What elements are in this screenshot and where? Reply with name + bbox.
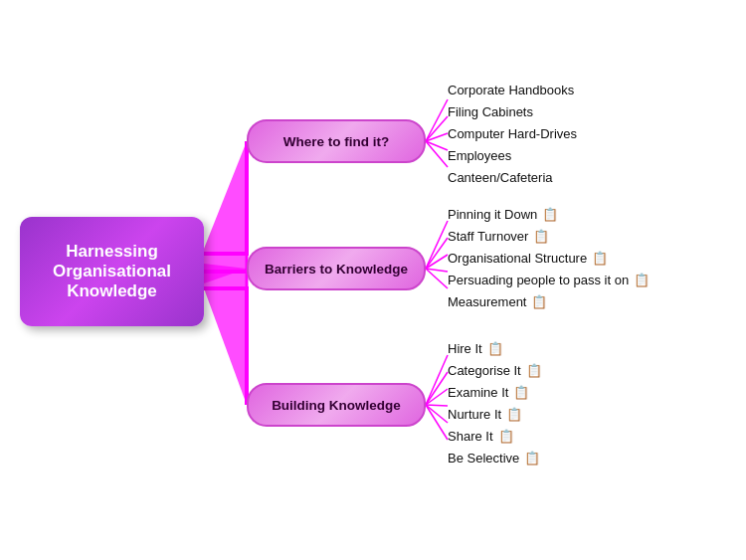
leaf-text: Organisational Structure xyxy=(448,248,587,270)
svg-line-11 xyxy=(426,355,448,405)
svg-marker-17 xyxy=(204,141,247,283)
svg-line-10 xyxy=(426,269,448,288)
branch-label-2: Barriers to Knowledge xyxy=(265,262,408,277)
list-item: Corporate Handbooks xyxy=(448,80,577,101)
branch-label-3: Building Knowledge xyxy=(272,398,401,413)
branch-node-2[interactable]: Barriers to Knowledge xyxy=(247,247,426,290)
leaf-text: Employees xyxy=(448,145,511,167)
note-icon[interactable]: 📋 xyxy=(531,291,547,313)
central-node: Harnessing Organisational Knowledge xyxy=(20,217,204,326)
leaf-text: Nurture It xyxy=(448,404,501,426)
leaf-text: Filing Cabinets xyxy=(448,101,533,123)
svg-marker-18 xyxy=(204,264,247,405)
svg-line-5 xyxy=(426,141,448,167)
svg-line-6 xyxy=(426,221,448,269)
list-item: Computer Hard-Drives xyxy=(448,123,577,145)
note-icon[interactable]: 📋 xyxy=(542,204,558,226)
leaf-text: Pinning it Down xyxy=(448,204,537,226)
leaf-text: Measurement xyxy=(448,291,526,313)
list-item: Measurement 📋 xyxy=(448,291,650,313)
svg-line-12 xyxy=(426,372,448,405)
leaf-group-2: Pinning it Down 📋 Staff Turnover 📋 Organ… xyxy=(448,204,650,313)
note-icon[interactable]: 📋 xyxy=(498,426,514,448)
list-item: Staff Turnover 📋 xyxy=(448,226,650,248)
list-item: Persuading people to pass it on 📋 xyxy=(448,270,650,291)
list-item: Organisational Structure 📋 xyxy=(448,248,650,270)
note-icon[interactable]: 📋 xyxy=(487,338,503,360)
leaf-text: Computer Hard-Drives xyxy=(448,123,577,145)
note-icon[interactable]: 📋 xyxy=(524,448,540,469)
note-icon[interactable]: 📋 xyxy=(506,404,522,426)
branch-node-3[interactable]: Building Knowledge xyxy=(247,383,426,427)
list-item: Share It 📋 xyxy=(448,426,542,448)
leaf-text: Corporate Handbooks xyxy=(448,80,574,101)
svg-line-14 xyxy=(426,405,448,406)
list-item: Examine It 📋 xyxy=(448,382,542,404)
list-item: Filing Cabinets xyxy=(448,101,577,123)
list-item: Hire It 📋 xyxy=(448,338,542,360)
branch-label-1: Where to find it? xyxy=(283,134,389,149)
note-icon[interactable]: 📋 xyxy=(513,382,529,404)
note-icon[interactable]: 📋 xyxy=(526,360,542,382)
list-item: Be Selective 📋 xyxy=(448,448,542,469)
svg-line-15 xyxy=(426,405,448,423)
svg-line-3 xyxy=(426,133,448,141)
svg-line-1 xyxy=(426,99,448,141)
list-item: Nurture It 📋 xyxy=(448,404,542,426)
leaf-text: Staff Turnover xyxy=(448,226,528,248)
svg-line-2 xyxy=(426,116,448,141)
leaf-group-1: Corporate Handbooks Filing Cabinets Comp… xyxy=(448,80,577,189)
leaf-text: Examine It xyxy=(448,382,508,404)
leaf-text: Canteen/Cafeteria xyxy=(448,167,553,189)
list-item: Canteen/Cafeteria xyxy=(448,167,577,189)
svg-line-9 xyxy=(426,269,448,272)
leaf-group-3: Hire It 📋 Categorise It 📋 Examine It 📋 N… xyxy=(448,338,542,470)
svg-line-4 xyxy=(426,141,448,150)
note-icon[interactable]: 📋 xyxy=(533,226,549,248)
note-icon[interactable]: 📋 xyxy=(634,270,650,291)
branch-node-1[interactable]: Where to find it? xyxy=(247,119,426,163)
svg-line-16 xyxy=(426,405,448,440)
svg-line-13 xyxy=(426,389,448,405)
central-label: Harnessing Organisational Knowledge xyxy=(53,242,171,301)
list-item: Categorise It 📋 xyxy=(448,360,542,382)
list-item: Pinning it Down 📋 xyxy=(448,204,650,226)
svg-line-7 xyxy=(426,238,448,269)
list-item: Employees xyxy=(448,145,577,167)
note-icon[interactable]: 📋 xyxy=(592,248,608,270)
leaf-text: Hire It xyxy=(448,338,482,360)
leaf-text: Persuading people to pass it on xyxy=(448,270,629,291)
svg-line-8 xyxy=(426,255,448,269)
leaf-text: Be Selective xyxy=(448,448,519,469)
leaf-text: Categorise It xyxy=(448,360,521,382)
leaf-text: Share It xyxy=(448,426,493,448)
